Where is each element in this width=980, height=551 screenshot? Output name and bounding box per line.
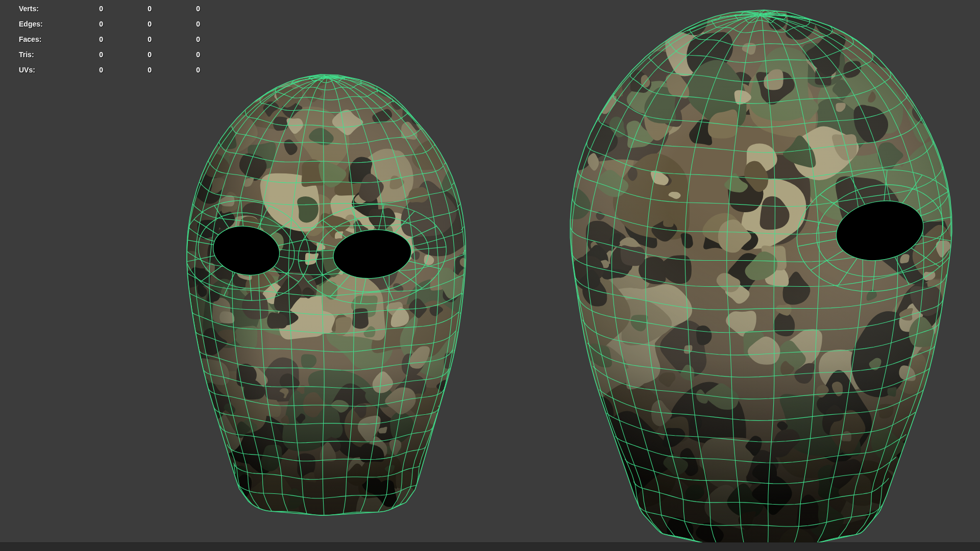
hud-value: 0	[55, 62, 103, 78]
hud-row-uvs: UVs: 0 0 0	[19, 62, 200, 78]
hud-value: 0	[152, 1, 200, 16]
hud-value: 0	[152, 32, 200, 47]
viewport[interactable]: Verts: 0 0 0 Edges: 0 0 0 Faces: 0 0 0 T…	[0, 0, 980, 551]
hud-label: UVs:	[19, 62, 55, 78]
hud-value: 0	[103, 62, 152, 78]
hud-label: Faces:	[19, 32, 55, 47]
hud-row-verts: Verts: 0 0 0	[19, 1, 200, 16]
hud-value: 0	[103, 32, 152, 47]
hud-label: Edges:	[19, 16, 55, 32]
hud-value: 0	[55, 47, 103, 62]
hud-value: 0	[152, 47, 200, 62]
hud-row-tris: Tris: 0 0 0	[19, 47, 200, 62]
hud-value: 0	[55, 1, 103, 16]
hud-label: Tris:	[19, 47, 55, 62]
hud-row-edges: Edges: 0 0 0	[19, 16, 200, 32]
hud-label: Verts:	[19, 1, 55, 16]
hud-value: 0	[55, 32, 103, 47]
hud-value: 0	[103, 1, 152, 16]
hud-value: 0	[55, 16, 103, 32]
hud-value: 0	[103, 16, 152, 32]
bottom-bar	[0, 542, 980, 551]
hud-value: 0	[152, 16, 200, 32]
hud-row-faces: Faces: 0 0 0	[19, 32, 200, 47]
hud-value: 0	[103, 47, 152, 62]
poly-count-hud: Verts: 0 0 0 Edges: 0 0 0 Faces: 0 0 0 T…	[19, 1, 200, 78]
viewport-canvas[interactable]	[0, 0, 980, 551]
hud-value: 0	[152, 62, 200, 78]
